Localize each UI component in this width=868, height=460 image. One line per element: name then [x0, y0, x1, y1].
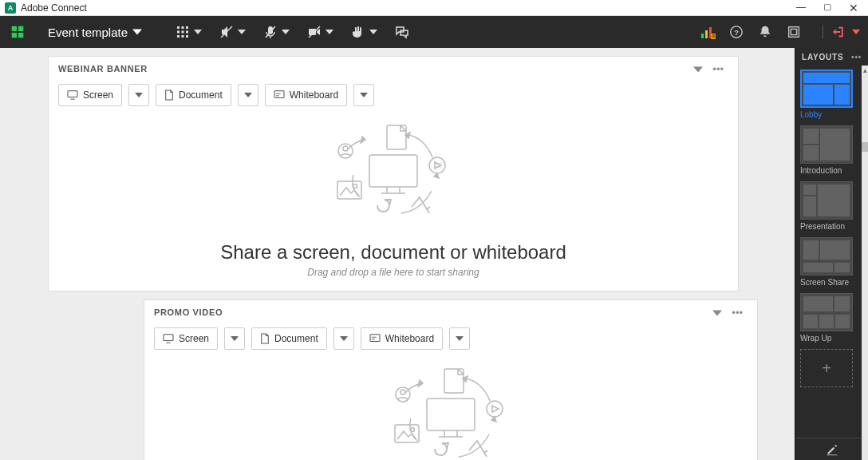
fullscreen-icon[interactable]	[786, 24, 802, 40]
layout-item-introduction[interactable]: Introduction	[800, 125, 860, 175]
share-screen-caret[interactable]	[224, 327, 245, 350]
svg-rect-27	[395, 425, 419, 442]
layout-label: Screen Share	[800, 278, 860, 287]
pod-title: PROMO VIDEO	[154, 307, 223, 317]
exit-button[interactable]	[823, 25, 860, 39]
share-screen-label: Screen	[83, 89, 113, 101]
share-document-label: Document	[179, 89, 223, 101]
svg-rect-18	[337, 181, 361, 199]
share-illustration-icon	[383, 363, 519, 460]
share-screen-button[interactable]: Screen	[154, 327, 218, 350]
template-selector[interactable]: Event template	[41, 21, 148, 44]
pods-grid-button[interactable]	[171, 22, 207, 42]
layout-label: Introduction	[800, 166, 860, 175]
svg-point-25	[400, 390, 405, 395]
add-layout-button[interactable]: +	[800, 349, 853, 387]
svg-rect-2	[705, 30, 708, 38]
window-titlebar: A Adobe Connect — ▢ ✕	[0, 0, 868, 16]
share-document-caret[interactable]	[238, 84, 258, 106]
share-document-button[interactable]: Document	[156, 84, 231, 106]
pod-collapse-icon[interactable]	[688, 61, 708, 77]
pod-collapse-icon[interactable]	[708, 305, 727, 320]
pod-title: WEBINAR BANNER	[58, 64, 148, 73]
share-illustration-icon	[326, 119, 461, 235]
layouts-title: LAYOUTS	[802, 53, 843, 61]
share-heading: Share a screen, document or whiteboard	[220, 241, 566, 264]
layout-label: Presentation	[800, 222, 860, 231]
share-document-label: Document	[274, 333, 318, 344]
svg-rect-21	[370, 335, 380, 342]
svg-rect-23	[444, 369, 464, 393]
close-button[interactable]: ✕	[849, 2, 858, 14]
manage-layouts-button[interactable]	[795, 438, 868, 460]
pod-more-icon[interactable]: •••	[708, 61, 728, 77]
svg-rect-14	[387, 125, 406, 149]
layouts-more-icon[interactable]: •••	[851, 53, 862, 61]
maximize-button[interactable]: ▢	[823, 2, 831, 14]
top-toolbar: Event template	[0, 16, 868, 48]
workspace: WEBINAR BANNER ••• Screen Document	[0, 48, 795, 460]
raise-hand-button[interactable]	[346, 22, 382, 42]
share-whiteboard-button[interactable]: Whiteboard	[361, 327, 443, 350]
share-document-button[interactable]: Document	[251, 327, 327, 350]
microphone-mute-button[interactable]	[258, 22, 294, 42]
layout-label: Lobby	[800, 110, 860, 119]
svg-rect-9	[789, 27, 799, 38]
pod-more-icon[interactable]: •••	[727, 305, 748, 320]
share-whiteboard-button[interactable]: Whiteboard	[265, 84, 347, 106]
svg-rect-20	[164, 335, 173, 341]
share-screen-caret[interactable]	[128, 84, 149, 106]
layout-item-presentation[interactable]: Presentation	[800, 181, 860, 231]
svg-rect-10	[791, 29, 796, 34]
svg-point-26	[487, 401, 503, 417]
svg-rect-6	[712, 36, 715, 38]
svg-rect-13	[369, 155, 417, 187]
share-whiteboard-label: Whiteboard	[385, 333, 434, 344]
layout-label: Wrap Up	[800, 334, 860, 343]
share-whiteboard-caret[interactable]	[449, 327, 470, 350]
help-icon[interactable]: ?	[728, 24, 744, 40]
app-title: Adobe Connect	[21, 2, 87, 14]
notifications-icon[interactable]	[757, 24, 773, 40]
share-whiteboard-caret[interactable]	[353, 84, 374, 106]
share-document-caret[interactable]	[333, 327, 354, 350]
svg-rect-11	[68, 91, 77, 97]
layouts-scrollbar[interactable]: ▴	[862, 65, 868, 460]
template-selector-label: Event template	[48, 26, 128, 39]
pod-webinar-banner: WEBINAR BANNER ••• Screen Document	[48, 56, 739, 291]
bandwidth-icon[interactable]	[700, 24, 716, 40]
layout-item-screen-share[interactable]: Screen Share	[800, 237, 860, 287]
layouts-panel: LAYOUTS ••• Lobby	[795, 48, 868, 460]
chat-button[interactable]	[390, 22, 414, 42]
camera-off-button[interactable]	[302, 22, 338, 42]
share-screen-button[interactable]: Screen	[58, 84, 122, 106]
product-logo-icon	[8, 22, 27, 42]
svg-rect-12	[274, 91, 284, 98]
share-subheading: Drag and drop a file here to start shari…	[307, 267, 479, 278]
pod-promo-video: PROMO VIDEO ••• Screen Document	[144, 299, 758, 460]
app-badge-icon: A	[5, 2, 16, 14]
speaker-mute-button[interactable]	[215, 22, 251, 42]
share-whiteboard-label: Whiteboard	[290, 89, 338, 101]
minimize-button[interactable]: —	[796, 2, 806, 14]
layout-item-lobby[interactable]: Lobby	[800, 69, 860, 119]
svg-rect-1	[701, 34, 704, 38]
svg-rect-22	[427, 399, 475, 430]
layout-item-wrap-up[interactable]: Wrap Up	[800, 293, 860, 343]
svg-point-16	[343, 146, 348, 151]
share-screen-label: Screen	[179, 333, 209, 344]
svg-text:?: ?	[734, 28, 739, 37]
